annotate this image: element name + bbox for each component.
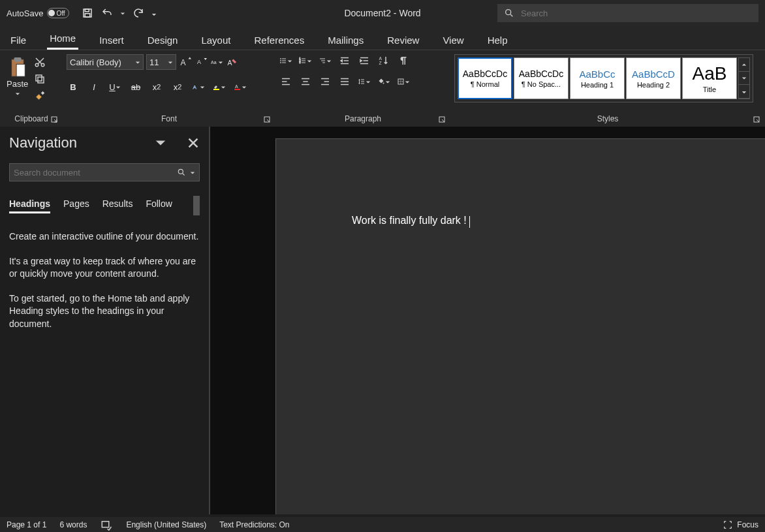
status-focus[interactable]: Focus [737, 520, 758, 529]
borders-icon[interactable] [397, 75, 410, 88]
paragraph-dialog-icon[interactable] [439, 114, 445, 127]
copy-icon[interactable] [33, 72, 46, 86]
highlight-icon[interactable] [213, 80, 226, 93]
tab-review[interactable]: Review [384, 31, 422, 50]
nav-tab-headings[interactable]: Headings [9, 196, 50, 213]
font-dialog-icon[interactable] [264, 114, 270, 127]
svg-text:3: 3 [300, 61, 301, 64]
page[interactable]: Work is finally fully dark ! [275, 138, 765, 514]
svg-text:Z: Z [379, 61, 382, 65]
font-name-combo[interactable]: Calibri (Body) [67, 54, 144, 70]
svg-rect-17 [213, 89, 219, 90]
qat-customize-icon[interactable] [151, 8, 157, 18]
style-title[interactable]: AaBTitle [682, 57, 737, 99]
svg-text:A: A [197, 59, 201, 65]
nav-tab-results[interactable]: Results [102, 196, 133, 213]
status-words[interactable]: 6 words [59, 520, 87, 529]
tab-view[interactable]: View [440, 31, 466, 50]
status-predictions[interactable]: Text Predictions: On [219, 520, 289, 529]
paste-button[interactable]: Paste [4, 54, 31, 101]
status-language[interactable]: English (United States) [126, 520, 206, 529]
font-size-combo[interactable]: 11 [146, 54, 176, 70]
svg-rect-19 [234, 89, 240, 90]
save-icon[interactable] [81, 7, 94, 20]
redo-icon[interactable] [132, 7, 145, 20]
font-color-icon[interactable]: A [234, 80, 247, 93]
svg-rect-34 [102, 521, 110, 527]
styles-scroll-up-icon[interactable] [739, 58, 749, 72]
tab-insert[interactable]: Insert [97, 31, 127, 50]
show-marks-icon[interactable] [397, 54, 410, 67]
styles-gallery: AaBbCcDc¶ Normal AaBbCcDc¶ No Spac... Aa… [454, 54, 753, 102]
svg-text:A: A [228, 59, 232, 67]
nav-search-input[interactable] [14, 168, 173, 178]
undo-dropdown-icon[interactable] [120, 8, 125, 18]
style-heading1[interactable]: AaBbCcHeading 1 [570, 57, 625, 99]
bold-button[interactable]: B [67, 80, 80, 93]
svg-text:A: A [181, 58, 186, 67]
strikethrough-button[interactable]: ab [129, 80, 142, 93]
styles-scroll-down-icon[interactable] [739, 72, 749, 86]
increase-indent-icon[interactable] [358, 54, 371, 67]
tab-references[interactable]: References [251, 31, 307, 50]
clear-formatting-icon[interactable]: A [226, 55, 239, 69]
styles-dialog-icon[interactable] [753, 114, 760, 127]
focus-icon [723, 520, 733, 530]
spellcheck-icon[interactable] [100, 518, 113, 531]
search-input[interactable] [521, 8, 752, 18]
tab-help[interactable]: Help [485, 31, 510, 50]
cut-icon[interactable] [33, 55, 46, 69]
svg-text:A: A [235, 84, 238, 89]
underline-button[interactable]: U [108, 80, 121, 93]
document-area[interactable]: Work is finally fully dark ! [210, 127, 765, 514]
nav-tab-scroll-icon[interactable] [193, 196, 200, 215]
nav-tab-pages[interactable]: Pages [63, 196, 89, 213]
style-heading2[interactable]: AaBbCcDHeading 2 [626, 57, 681, 99]
nav-search-box[interactable] [9, 163, 200, 181]
numbering-icon[interactable]: 123 [299, 54, 312, 67]
shrink-font-icon[interactable]: A [195, 55, 208, 69]
styles-expand-icon[interactable] [739, 85, 749, 99]
status-page[interactable]: Page 1 of 1 [7, 520, 46, 529]
decrease-indent-icon[interactable] [338, 54, 351, 67]
italic-button[interactable]: I [87, 80, 101, 93]
align-center-icon[interactable] [299, 75, 312, 88]
nav-close-icon[interactable] [187, 136, 200, 149]
superscript-button[interactable]: x2 [171, 80, 184, 93]
autosave-toggle[interactable]: AutoSave Off [7, 8, 69, 18]
tab-home[interactable]: Home [47, 29, 78, 50]
style-normal[interactable]: AaBbCcDc¶ Normal [458, 57, 512, 99]
navigation-title: Navigation [9, 134, 77, 151]
undo-icon[interactable] [101, 7, 114, 20]
text-effects-icon[interactable]: A [192, 80, 205, 93]
line-spacing-icon[interactable] [358, 75, 371, 88]
nav-search-options-icon[interactable] [190, 168, 195, 178]
grow-font-icon[interactable]: A [179, 55, 192, 69]
align-right-icon[interactable] [319, 75, 332, 88]
nav-tab-follow[interactable]: Follow [146, 196, 172, 213]
change-case-icon[interactable]: Aa [210, 55, 223, 69]
tab-design[interactable]: Design [145, 31, 181, 50]
style-no-spacing[interactable]: AaBbCcDc¶ No Spac... [514, 57, 569, 99]
svg-rect-5 [14, 57, 21, 62]
svg-text:A: A [193, 84, 197, 90]
subscript-button[interactable]: x2 [150, 80, 163, 93]
sort-icon[interactable]: AZ [377, 54, 390, 67]
search-box[interactable] [497, 4, 758, 22]
svg-text:A: A [379, 56, 382, 61]
ribbon-tabs: File Home Insert Design Layout Reference… [0, 26, 765, 50]
autosave-label: AutoSave [7, 8, 43, 18]
nav-search-icon [177, 168, 186, 177]
shading-icon[interactable] [377, 75, 390, 88]
format-painter-icon[interactable] [33, 89, 46, 102]
tab-file[interactable]: File [8, 31, 29, 50]
bullets-icon[interactable] [279, 54, 292, 67]
align-left-icon[interactable] [279, 75, 292, 88]
justify-icon[interactable] [338, 75, 351, 88]
multilevel-list-icon[interactable] [319, 54, 332, 67]
nav-dropdown-icon[interactable] [154, 136, 167, 149]
tab-mailings[interactable]: Mailings [325, 31, 366, 50]
tab-layout[interactable]: Layout [198, 31, 233, 50]
search-icon [504, 8, 514, 18]
clipboard-dialog-icon[interactable] [51, 114, 57, 127]
